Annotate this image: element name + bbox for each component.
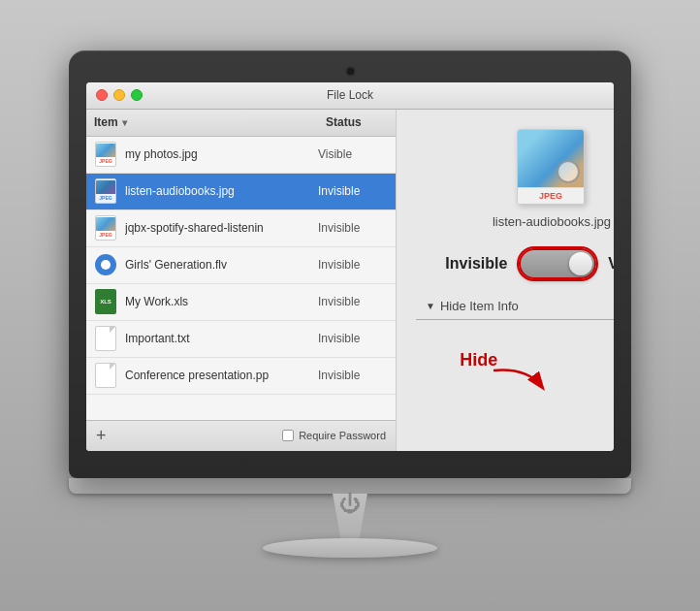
col-status-header: Status <box>318 115 396 129</box>
file-status: Invisible <box>318 369 396 382</box>
file-icon-cell: JPEG <box>86 178 125 204</box>
file-status: Invisible <box>318 332 396 345</box>
col-item-header: Item ▾ <box>86 115 318 129</box>
file-name: Girls' Generation.flv <box>125 258 318 272</box>
add-button[interactable]: + <box>96 427 107 444</box>
xls-icon: XLS <box>95 289 116 314</box>
require-password-label: Require Password <box>299 430 386 441</box>
title-bar: File Lock <box>86 82 614 110</box>
file-preview-icon: JPEG <box>517 129 587 207</box>
file-row[interactable]: Important.txt Invisible <box>86 321 396 358</box>
imac-base <box>263 538 437 558</box>
file-status: Invisible <box>318 184 396 198</box>
file-icon-cell: JPEG <box>86 142 125 167</box>
file-name: my photos.jpg <box>125 147 318 161</box>
jpeg-icon: JPEG <box>95 142 116 167</box>
app-content: Item ▾ Status JPEG <box>86 110 614 451</box>
file-status: Invisible <box>318 295 396 308</box>
file-list-header: Item ▾ Status <box>86 110 396 137</box>
selected-file-name: listen-audiobooks.jpg <box>493 214 611 229</box>
toggle-visible-label: Visible <box>608 255 614 273</box>
close-button[interactable] <box>96 89 108 101</box>
preview-jpeg-image <box>518 130 584 187</box>
sort-icon[interactable]: ▾ <box>122 117 127 128</box>
visibility-toggle[interactable] <box>519 248 596 279</box>
file-name: jqbx-spotify-shared-listenin <box>125 221 318 235</box>
traffic-lights <box>96 89 143 101</box>
file-status: Visible <box>318 147 396 161</box>
maximize-button[interactable] <box>131 89 143 101</box>
imac-screen-bezel: File Lock Item ▾ Status <box>69 50 631 478</box>
minimize-button[interactable] <box>113 89 125 101</box>
file-icon-cell: JPEG <box>86 215 125 241</box>
file-icon-cell: XLS <box>86 289 125 314</box>
file-name: Conference presentation.pp <box>125 369 318 382</box>
require-password-checkbox[interactable] <box>282 430 294 441</box>
imac-screen: File Lock Item ▾ Status <box>86 82 614 451</box>
file-status: Invisible <box>318 221 396 235</box>
file-icon-cell <box>86 326 125 351</box>
right-panel: JPEG listen-audiobooks.jpg Hide <box>397 110 614 451</box>
toggle-knob <box>569 252 592 275</box>
file-name: My Work.xls <box>125 295 318 308</box>
jpeg-icon: JPEG <box>95 178 116 204</box>
doc-icon <box>95 326 116 351</box>
doc-icon <box>95 363 116 388</box>
file-list-panel: Item ▾ Status JPEG <box>86 110 397 451</box>
window-title: File Lock <box>327 88 373 102</box>
toggle-invisible-label: Invisible <box>445 255 507 273</box>
file-row[interactable]: JPEG jqbx-spotify-shared-listenin Invisi… <box>86 210 396 247</box>
hide-annotation: Hide <box>460 350 497 370</box>
jpeg-icon: JPEG <box>95 215 116 241</box>
file-name: Important.txt <box>125 332 318 345</box>
require-password-area: Require Password <box>282 430 386 441</box>
file-icon-cell <box>86 363 125 388</box>
preview-jpeg-label: JPEG <box>518 187 584 204</box>
file-rows: JPEG my photos.jpg Visible JPEG <box>86 137 396 420</box>
hide-item-info-label: Hide Item Info <box>440 299 519 313</box>
file-row[interactable]: JPEG my photos.jpg Visible <box>86 137 396 174</box>
file-row[interactable]: JPEG listen-audiobooks.jpg Invisible <box>86 174 396 210</box>
imac-wrapper: File Lock Item ▾ Status <box>69 50 631 562</box>
toggle-area: Hide Invisible <box>445 248 614 279</box>
hide-item-info[interactable]: ▼ Hide Item Info <box>426 299 519 313</box>
file-name: listen-audiobooks.jpg <box>125 184 318 198</box>
audio-icon <box>95 254 116 275</box>
file-status: Invisible <box>318 258 396 272</box>
file-row[interactable]: XLS My Work.xls Invisible <box>86 284 396 321</box>
divider <box>416 319 614 320</box>
file-row[interactable]: Girls' Generation.flv Invisible <box>86 247 396 284</box>
triangle-icon: ▼ <box>426 301 435 311</box>
file-list-footer: + Require Password <box>86 420 396 451</box>
power-icon: ⏻ <box>335 492 365 521</box>
preview-jpeg: JPEG <box>517 129 585 205</box>
hide-arrow-icon <box>489 366 547 395</box>
file-icon-cell <box>86 254 125 275</box>
file-row[interactable]: Conference presentation.pp Invisible <box>86 358 396 395</box>
camera-dot <box>347 68 354 75</box>
